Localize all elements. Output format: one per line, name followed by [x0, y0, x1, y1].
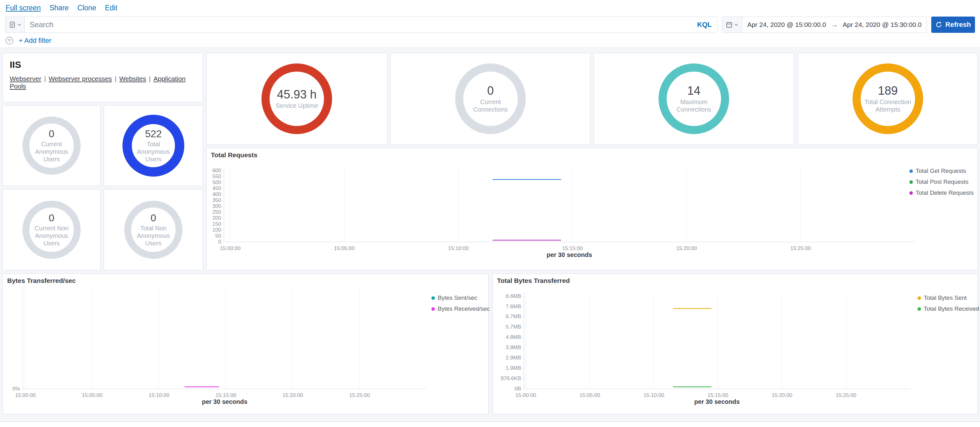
query-bar: KQL — [5, 17, 718, 33]
svg-text:15:15:00: 15:15:00 — [216, 392, 236, 398]
edit-link[interactable]: Edit — [105, 4, 118, 12]
svg-text:15:25:00: 15:25:00 — [349, 392, 370, 398]
refresh-icon — [935, 21, 942, 28]
share-link[interactable]: Share — [49, 4, 68, 12]
gauge-label: Current Non Anonymous Users — [29, 225, 74, 247]
saved-query-menu-button[interactable] — [5, 17, 25, 32]
super-date-picker: Apr 24, 2020 @ 15:00:00.0 → Apr 24, 2020… — [722, 17, 927, 33]
legend-dot — [909, 191, 913, 195]
iis-panel-title: IIS — [10, 59, 196, 70]
svg-text:600: 600 — [212, 167, 221, 174]
svg-text:15:05:00: 15:05:00 — [579, 392, 600, 398]
dashboard-grid: IIS WebserverWebserver processesWebsites… — [0, 48, 980, 427]
svg-text:7.6MB: 7.6MB — [506, 304, 521, 309]
panel-current-anonymous-users: 0 Current Anonymous Users — [3, 105, 100, 186]
svg-text:0: 0 — [218, 239, 221, 245]
dashboard-menu-bar: Full screen Share Clone Edit — [0, 0, 980, 16]
legend-item[interactable]: Bytes Received/sec — [431, 305, 490, 312]
svg-text:15:20:00: 15:20:00 — [772, 392, 792, 398]
svg-text:3.8MB: 3.8MB — [506, 344, 521, 351]
panel-service-uptime: 45.93 h Service Uptime — [206, 53, 387, 145]
gauge-ring-current-non-anonymous-users: 0 Current Non Anonymous Users — [22, 201, 81, 259]
gauge-ring-current-anonymous-users: 0 Current Anonymous Users — [22, 116, 81, 175]
iis-links: WebserverWebserver processesWebsitesAppl… — [10, 75, 196, 90]
filter-bar: + Add filter — [0, 34, 980, 48]
panel-iis-navigation: IIS WebserverWebserver processesWebsites… — [3, 53, 203, 102]
legend-label: Bytes Received/sec — [438, 305, 490, 312]
full-screen-link[interactable]: Full screen — [6, 4, 41, 12]
panel-maximum-connections: 14 Maximum Connections — [593, 53, 794, 145]
chevron-down-icon — [735, 24, 738, 26]
panel-title-bytes-transferred: Bytes Transferred/sec — [7, 277, 76, 284]
bottom-scrollbar-track[interactable] — [0, 421, 980, 427]
svg-text:100: 100 — [212, 227, 221, 233]
panel-total-anonymous-users: 522 Total Anonymous Users — [104, 105, 203, 186]
gauge-value: 0 — [131, 213, 175, 223]
clone-link[interactable]: Clone — [78, 4, 96, 12]
gauge-ring-service-uptime: 45.93 h Service Uptime — [261, 64, 332, 134]
panel-bytes-transferred-per-sec: Bytes Transferred/sec 15:00:0015:05:0015… — [3, 274, 488, 414]
svg-text:8.6MB: 8.6MB — [506, 293, 521, 299]
search-input[interactable] — [25, 17, 692, 32]
gauge-label: Service Uptime — [275, 102, 318, 109]
refresh-button[interactable]: Refresh — [931, 17, 975, 33]
legend-item[interactable]: Total Bytes Sent — [918, 295, 979, 301]
svg-text:15:20:00: 15:20:00 — [676, 245, 697, 251]
gauge-label: Current Anonymous Users — [29, 140, 74, 163]
filter-options-icon[interactable] — [5, 36, 14, 45]
total-requests-chart[interactable]: 15:00:0015:05:0015:10:0015:15:0015:20:00… — [207, 163, 978, 269]
legend-item[interactable]: Total Delete Requests — [909, 190, 974, 196]
svg-text:500: 500 — [212, 179, 221, 185]
link-webserver-processes[interactable]: Webserver processes — [49, 75, 112, 82]
svg-text:550: 550 — [212, 174, 221, 179]
gauge-value: 0 — [29, 129, 74, 139]
legend-label: Total Post Requests — [916, 178, 969, 185]
svg-text:150: 150 — [212, 221, 221, 227]
total-bytes-transferred-chart[interactable]: 15:00:0015:05:0015:10:0015:15:0015:20:00… — [493, 286, 978, 411]
svg-text:0%: 0% — [12, 386, 20, 392]
legend-label: Bytes Sent/sec — [438, 295, 477, 301]
add-filter-button[interactable]: + Add filter — [19, 37, 51, 45]
svg-text:250: 250 — [212, 209, 221, 215]
date-quick-menu-button[interactable] — [722, 17, 742, 32]
svg-text:15:05:00: 15:05:00 — [82, 392, 102, 398]
legend-item[interactable]: Bytes Sent/sec — [431, 295, 490, 301]
svg-text:per 30 seconds: per 30 seconds — [694, 398, 740, 405]
legend-item[interactable]: Total Bytes Received — [918, 305, 979, 312]
gauge-value: 14 — [667, 84, 721, 97]
legend-dot — [909, 180, 913, 184]
query-language-button[interactable]: KQL — [692, 17, 717, 32]
time-range-arrow-icon: → — [831, 17, 838, 32]
legend-dot — [431, 307, 435, 311]
chevron-down-icon — [18, 24, 21, 26]
query-bar-row: KQL Apr 24, 2020 @ 15:00:00.0 → Apr 24, … — [0, 16, 980, 34]
svg-text:15:00:00: 15:00:00 — [15, 392, 36, 398]
legend-label: Total Delete Requests — [916, 190, 974, 196]
gauge-ring-current-connections: 0 Current Connections — [455, 64, 526, 134]
svg-text:6.7MB: 6.7MB — [506, 314, 521, 319]
gauge-label: Total Connection Attempts — [861, 98, 915, 113]
legend-label: Total Bytes Sent — [924, 295, 967, 301]
total-bytes-transferred-legend: Total Bytes SentTotal Bytes Received — [918, 295, 979, 316]
link-websites[interactable]: Websites — [119, 75, 146, 82]
gauge-value: 45.93 h — [275, 88, 318, 101]
panel-title-total-bytes-transferred: Total Bytes Transferred — [497, 277, 570, 284]
legend-item[interactable]: Total Post Requests — [909, 178, 974, 185]
svg-text:15:15:00: 15:15:00 — [708, 392, 728, 398]
panel-current-non-anonymous-users: 0 Current Non Anonymous Users — [3, 189, 100, 270]
svg-text:1.9MB: 1.9MB — [506, 365, 521, 371]
gauge-value: 189 — [861, 84, 915, 97]
gauge-label: Total Anonymous Users — [132, 140, 175, 163]
svg-text:per 30 seconds: per 30 seconds — [202, 398, 247, 405]
bytes-transferred-chart[interactable]: 15:00:0015:05:0015:10:0015:15:0015:20:00… — [3, 286, 489, 411]
svg-text:450: 450 — [212, 185, 221, 191]
link-webserver[interactable]: Webserver — [10, 75, 41, 82]
time-range-start[interactable]: Apr 24, 2020 @ 15:00:00.0 — [742, 17, 831, 32]
svg-text:50: 50 — [215, 233, 221, 239]
svg-text:4.8MB: 4.8MB — [506, 334, 521, 340]
time-range-end[interactable]: Apr 24, 2020 @ 15:30:00.0 — [838, 17, 927, 32]
total-requests-legend: Total Get RequestsTotal Post RequestsTot… — [909, 167, 974, 201]
gauge-value: 0 — [29, 213, 74, 223]
svg-text:300: 300 — [212, 203, 221, 209]
legend-item[interactable]: Total Get Requests — [909, 167, 974, 174]
